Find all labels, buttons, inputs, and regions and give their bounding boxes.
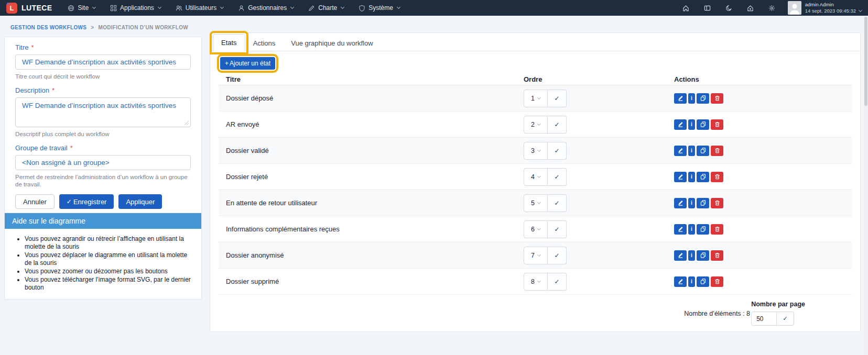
globe-icon [68, 5, 74, 12]
dark-mode-moon-icon[interactable] [718, 0, 740, 16]
user-menu[interactable]: admin Admin 14 sept. 2023 09:45:32 [788, 1, 862, 15]
info-state-button[interactable]: i [688, 276, 695, 287]
states-table: Titre Ordre Actions Dossier déposé 1✓ i … [219, 73, 852, 295]
delete-state-button[interactable] [711, 119, 723, 130]
info-state-button[interactable]: i [688, 119, 695, 130]
tab-bar: Etats Actions Vue graphique du workflow [210, 33, 860, 51]
col-titre: Titre [219, 75, 524, 83]
order-apply-button[interactable]: ✓ [548, 273, 567, 291]
order-select[interactable]: 4 [524, 168, 548, 186]
save-button[interactable]: ✓Enregistrer [59, 194, 114, 209]
title-help: Titre court qui décrit le workflow [15, 73, 191, 80]
order-apply-button[interactable]: ✓ [548, 90, 567, 107]
workgroup-select[interactable]: <Non assigné à un groupe> [15, 155, 191, 170]
order-select[interactable]: 1 [524, 90, 548, 107]
title-label: Titre* [15, 43, 191, 51]
edit-state-button[interactable] [674, 146, 687, 156]
workflow-states-panel: Etats Actions Vue graphique du workflow … [210, 32, 861, 332]
tab-vue-graphique[interactable]: Vue graphique du workflow [283, 35, 381, 51]
copy-state-button[interactable] [697, 224, 709, 235]
col-actions: Actions [674, 75, 852, 83]
scrollbar-thumb[interactable] [864, 17, 867, 106]
table-footer: Nombre d’éléments : 8 Nombre par page 50… [210, 295, 860, 332]
workflow-form-card: Titre* WF Demande d’inscription aux acti… [4, 37, 202, 221]
sidebar-layout-icon[interactable] [697, 0, 718, 16]
items-count: Nombre d’éléments : 8 [684, 310, 750, 317]
nav-label: Charte [318, 4, 337, 12]
breadcrumb-workflows-link[interactable]: GESTION DES WORKFLOWS [10, 25, 86, 30]
home-icon[interactable] [675, 0, 697, 16]
col-ordre: Ordre [524, 75, 674, 83]
tab-actions[interactable]: Actions [245, 35, 284, 51]
add-state-button[interactable]: +Ajouter un état [220, 57, 275, 70]
nav-menu-applications[interactable]: Applications [103, 0, 168, 16]
edit-state-button[interactable] [674, 172, 687, 182]
chevron-down-icon [537, 279, 541, 283]
order-apply-button[interactable]: ✓ [548, 220, 567, 238]
table-row: En attente de retour utilisateur 5✓ i [219, 190, 852, 216]
apply-button[interactable]: Appliquer [118, 194, 162, 209]
order-apply-button[interactable]: ✓ [548, 168, 567, 186]
order-select[interactable]: 8 [524, 273, 548, 291]
check-icon: ✓ [67, 198, 72, 205]
delete-state-button[interactable] [711, 224, 723, 235]
delete-state-button[interactable] [711, 93, 723, 104]
info-state-button[interactable]: i [688, 146, 695, 156]
copy-state-button[interactable] [697, 172, 709, 182]
workgroup-label: Groupe de travail* [15, 144, 191, 152]
order-select[interactable]: 2 [524, 116, 548, 134]
delete-state-button[interactable] [711, 146, 723, 156]
nav-menu-gestionnaires[interactable]: Gestionnaires [231, 0, 301, 16]
copy-state-button[interactable] [697, 119, 709, 130]
table-row: AR envoyé 2✓ i [219, 112, 852, 138]
info-state-button[interactable]: i [688, 224, 695, 235]
per-page-apply-button[interactable]: ✓ [777, 312, 794, 326]
order-apply-button[interactable]: ✓ [548, 247, 567, 264]
edit-state-button[interactable] [674, 93, 687, 104]
edit-state-button[interactable] [674, 198, 687, 208]
order-select[interactable]: 5 [524, 194, 548, 212]
delete-state-button[interactable] [711, 276, 723, 287]
edit-state-button[interactable] [674, 119, 687, 130]
delete-state-button[interactable] [711, 250, 723, 261]
per-page-select[interactable]: 50 [751, 312, 777, 326]
copy-state-button[interactable] [697, 276, 709, 287]
nav-menu-utilisateurs[interactable]: Utilisateurs [168, 0, 231, 16]
info-state-button[interactable]: i [688, 198, 695, 208]
edit-state-button[interactable] [674, 224, 687, 235]
copy-state-button[interactable] [697, 198, 709, 208]
copy-state-button[interactable] [697, 93, 709, 104]
nav-menu-charte[interactable]: Charte [301, 0, 351, 16]
tab-etats[interactable]: Etats [213, 34, 245, 51]
order-select[interactable]: 7 [524, 247, 548, 264]
copy-state-button[interactable] [697, 146, 709, 156]
edit-state-button[interactable] [674, 276, 687, 287]
site-home-icon[interactable] [740, 0, 761, 16]
delete-state-button[interactable] [711, 172, 723, 182]
lutece-brand[interactable]: L LUTECE [6, 3, 52, 14]
nav-menu-systeme[interactable]: Système [351, 0, 407, 16]
info-state-button[interactable]: i [688, 250, 695, 261]
users-icon [176, 5, 182, 12]
workgroup-help: Permet de restreindre l’administration d… [15, 173, 191, 188]
order-select[interactable]: 6 [524, 220, 548, 238]
nav-menu-site[interactable]: Site [60, 0, 103, 16]
settings-gear-icon[interactable] [761, 0, 783, 16]
order-select[interactable]: 3 [524, 142, 548, 160]
title-input[interactable]: WF Demande d’inscription aux activités s… [15, 54, 191, 70]
order-apply-button[interactable]: ✓ [548, 116, 567, 134]
edit-state-button[interactable] [674, 250, 687, 261]
description-textarea[interactable]: WF Demande d’inscription aux activités s… [15, 97, 191, 127]
chevron-down-icon [537, 201, 541, 204]
pen-icon [308, 5, 315, 12]
chevron-down-icon [397, 5, 400, 9]
info-state-button[interactable]: i [688, 93, 695, 104]
order-apply-button[interactable]: ✓ [548, 142, 567, 160]
delete-state-button[interactable] [711, 198, 723, 208]
copy-state-button[interactable] [697, 250, 709, 261]
cancel-button[interactable]: Annuler [15, 194, 55, 209]
scrollbar-track[interactable] [864, 16, 868, 355]
info-state-button[interactable]: i [688, 172, 695, 182]
chevron-down-icon [859, 8, 862, 12]
order-apply-button[interactable]: ✓ [548, 194, 567, 212]
